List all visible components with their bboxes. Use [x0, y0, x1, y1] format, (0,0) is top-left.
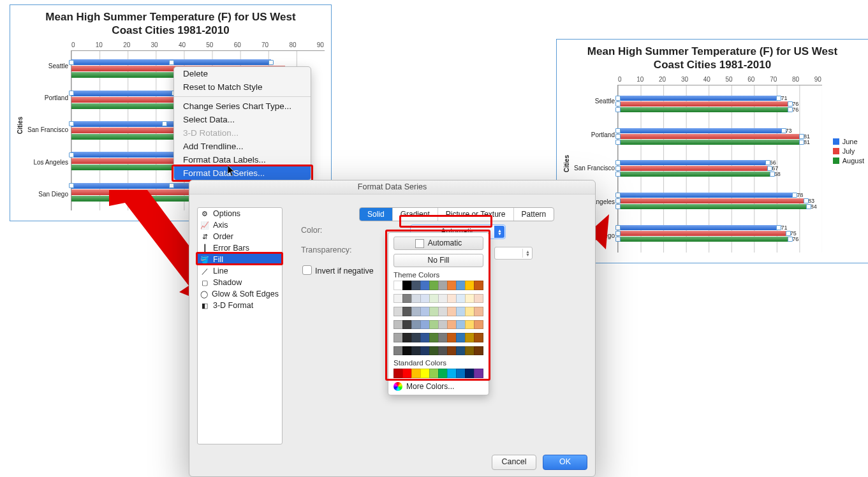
menu-item[interactable]: Reset to Match Style [174, 80, 311, 94]
color-swatch[interactable] [411, 294, 421, 304]
side-list-item[interactable]: ◯Glow & Soft Edges [198, 288, 282, 300]
bar[interactable]: 81 [618, 134, 802, 139]
color-swatch[interactable] [447, 320, 457, 330]
selection-handle-icon[interactable] [69, 91, 74, 96]
color-swatch[interactable] [447, 307, 457, 316]
color-swatch[interactable] [420, 333, 430, 342]
bar[interactable]: 83 [618, 198, 806, 203]
color-swatch[interactable] [456, 281, 466, 290]
color-swatch[interactable] [420, 307, 430, 316]
color-swatch[interactable] [447, 346, 457, 356]
bar[interactable]: 71 [618, 96, 779, 101]
color-swatch[interactable] [394, 294, 403, 304]
side-list-item[interactable]: ┃Error Bars [198, 242, 282, 254]
bar[interactable]: 78 [618, 193, 795, 198]
color-swatch[interactable] [429, 281, 439, 290]
no-fill-button[interactable]: No Fill [394, 254, 483, 267]
color-swatch[interactable] [465, 307, 474, 316]
color-swatch[interactable] [394, 307, 403, 316]
side-list-item[interactable]: ▢Shadow [198, 277, 282, 288]
side-list-item[interactable]: ⚙Options [198, 208, 282, 219]
checkbox-icon[interactable] [302, 265, 312, 275]
color-swatch[interactable] [402, 333, 412, 342]
color-swatch[interactable] [411, 346, 421, 356]
bar[interactable]: 76 [618, 107, 790, 112]
menu-item[interactable]: Format Data Series... [174, 166, 311, 180]
context-menu[interactable]: DeleteReset to Match StyleChange Series … [173, 66, 311, 180]
side-list-item[interactable]: ／Line [198, 265, 282, 277]
color-swatch[interactable] [474, 346, 483, 356]
selection-handle-icon[interactable] [162, 121, 167, 126]
color-swatch[interactable] [411, 333, 421, 342]
color-swatch[interactable] [447, 281, 457, 290]
color-swatch[interactable] [402, 346, 412, 356]
color-swatch[interactable] [402, 294, 412, 304]
selection-handle-icon[interactable] [169, 60, 174, 65]
color-swatch[interactable] [394, 333, 403, 342]
bar[interactable]: 81 [618, 140, 802, 145]
color-swatch[interactable] [438, 294, 448, 304]
color-swatch[interactable] [465, 294, 474, 304]
bar[interactable]: 73 [618, 128, 784, 133]
bar[interactable]: 66 [618, 160, 768, 165]
color-swatch[interactable] [465, 281, 474, 290]
menu-item[interactable]: Add Trendline... [174, 140, 311, 153]
bar[interactable]: 76 [618, 101, 790, 106]
color-swatch[interactable] [447, 294, 457, 304]
side-list-item[interactable]: 📈Axis [198, 219, 282, 231]
color-swatch[interactable] [474, 369, 483, 378]
fill-tab[interactable]: Pattern [513, 208, 554, 221]
color-swatch[interactable] [411, 281, 421, 290]
fill-tab[interactable]: Solid [360, 208, 392, 221]
selection-handle-icon[interactable] [69, 121, 74, 126]
selection-handle-icon[interactable] [268, 60, 274, 65]
bar[interactable] [71, 59, 271, 65]
color-swatch[interactable] [438, 320, 448, 330]
selection-handle-icon[interactable] [69, 60, 74, 65]
color-swatch[interactable] [438, 281, 448, 290]
transparency-stepper[interactable]: ▲▼ [494, 247, 533, 260]
color-swatch[interactable] [420, 369, 430, 378]
color-swatch[interactable] [394, 320, 403, 330]
selection-handle-icon[interactable] [69, 183, 74, 188]
fill-tab[interactable]: Picture or Texture [438, 208, 513, 221]
menu-item[interactable]: Select Data... [174, 113, 311, 126]
menu-item[interactable]: Change Series Chart Type... [174, 99, 311, 113]
more-colors-button[interactable]: More Colors... [394, 382, 483, 391]
color-swatch[interactable] [411, 307, 421, 316]
color-swatch[interactable] [465, 333, 474, 342]
bar[interactable]: 84 [618, 204, 809, 209]
color-popup[interactable]: Automatic No Fill Theme Colors Standard … [388, 232, 489, 395]
color-swatch[interactable] [456, 333, 466, 342]
color-swatch[interactable] [474, 281, 483, 290]
automatic-color-button[interactable]: Automatic [394, 237, 483, 250]
color-swatch[interactable] [438, 346, 448, 356]
menu-item[interactable]: Format Data Labels... [174, 153, 311, 166]
color-swatch[interactable] [438, 307, 448, 316]
dialog-side-list[interactable]: ⚙Options📈Axis⇵Order┃Error Bars🪣Fill／Line… [197, 207, 283, 444]
color-swatch[interactable] [429, 307, 439, 316]
color-swatch[interactable] [429, 369, 439, 378]
color-swatch[interactable] [394, 281, 403, 290]
side-list-item[interactable]: ⇵Order [198, 231, 282, 242]
legend-item[interactable]: June [833, 138, 864, 145]
color-swatch[interactable] [438, 333, 448, 342]
color-swatch[interactable] [411, 369, 421, 378]
bar[interactable]: 75 [618, 231, 788, 236]
bar[interactable]: 76 [618, 237, 790, 242]
color-swatch[interactable] [402, 320, 412, 330]
color-swatch[interactable] [411, 320, 421, 330]
cancel-button[interactable]: Cancel [492, 455, 536, 470]
color-swatch[interactable] [420, 281, 430, 290]
color-swatch[interactable] [474, 294, 483, 304]
legend-item[interactable]: July [833, 147, 864, 155]
color-swatch[interactable] [465, 346, 474, 356]
color-swatch[interactable] [456, 369, 466, 378]
menu-item[interactable]: Delete [174, 67, 311, 80]
fill-tab[interactable]: Gradient [392, 208, 438, 221]
color-swatch[interactable] [474, 333, 483, 342]
color-swatch[interactable] [394, 369, 403, 378]
color-swatch[interactable] [429, 294, 439, 304]
color-swatch[interactable] [420, 346, 430, 356]
color-swatch[interactable] [429, 320, 439, 330]
